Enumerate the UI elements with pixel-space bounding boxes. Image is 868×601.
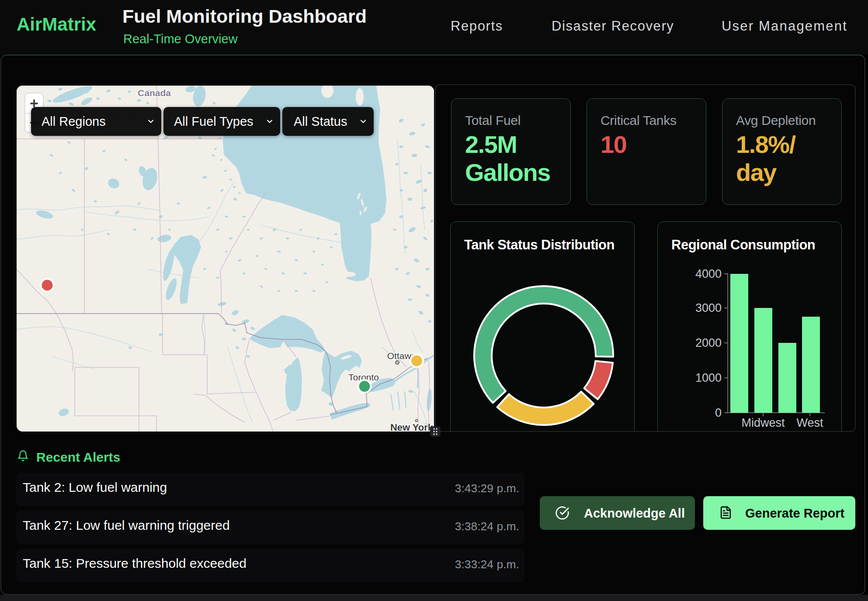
svg-text:New York: New York	[390, 422, 434, 432]
svg-text:4000: 4000	[695, 267, 722, 280]
svg-text:1000: 1000	[695, 371, 722, 384]
svg-text:Midwest: Midwest	[741, 416, 785, 429]
svg-text:0: 0	[715, 406, 722, 419]
svg-text:2000: 2000	[695, 336, 722, 349]
svg-text:3000: 3000	[695, 301, 722, 314]
svg-text:Canada: Canada	[138, 88, 171, 98]
svg-text:West: West	[796, 416, 823, 429]
